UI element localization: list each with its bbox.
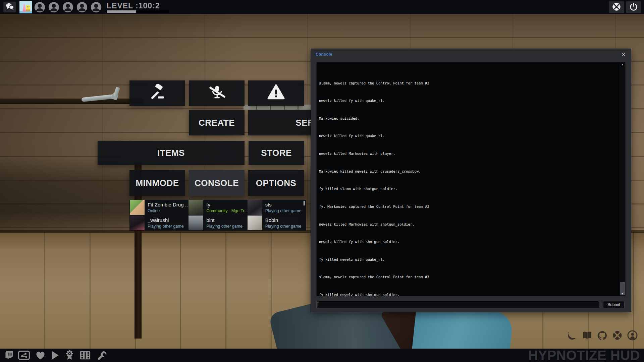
friend-name: fy: [206, 202, 247, 207]
friend-avatar: [130, 200, 145, 215]
level-progress-bar: [107, 10, 169, 13]
friend-avatar: [130, 216, 145, 230]
wrench-icon[interactable]: [97, 350, 108, 362]
options-label: OPTIONS: [256, 178, 297, 188]
friend-status: Community - Mge Tr...: [206, 208, 247, 213]
banana-icon[interactable]: [567, 330, 577, 342]
console-log-line: newelz killed Markowiec with shotgun_sol…: [319, 222, 617, 227]
friend-name: Fit Zombie Drug ...: [148, 202, 188, 207]
friend-avatar: [189, 216, 203, 230]
console-input[interactable]: [316, 301, 599, 308]
console-log-line: slamm, newelz captured the Control Point…: [319, 81, 617, 85]
friend-entry[interactable]: blnt Playing other game: [188, 215, 247, 231]
friend-status: Playing other game: [265, 224, 302, 229]
friend-entry[interactable]: sts Playing other game: [247, 200, 306, 215]
friend-status: Playing other game: [265, 208, 302, 213]
bottom-bar: HYPNOTIZE HUD: [0, 349, 644, 362]
console-log-line: fy killed slamm with shotgun_soldier.: [319, 187, 617, 191]
friend-name: Bobin: [265, 217, 302, 223]
console-log-line: fy, Markowiec captured the Control Point…: [319, 204, 617, 209]
console-button[interactable]: CONSOLE: [189, 170, 245, 196]
submit-button[interactable]: Submit: [603, 301, 625, 308]
text-caret: [318, 302, 318, 307]
scroll-down-icon[interactable]: ▼: [620, 292, 625, 295]
console-scrollbar: ▲ ▼: [620, 62, 625, 296]
warning-icon: [267, 84, 285, 103]
items-label: ITEMS: [157, 148, 185, 158]
close-icon[interactable]: ✕: [620, 51, 627, 58]
top-bar: LEVEL :100:2: [0, 0, 644, 14]
friend-status: Playing other game: [148, 224, 184, 229]
scroll-up-icon[interactable]: ▲: [620, 63, 625, 66]
console-log-line: slamm, newelz captured the Control Point…: [319, 275, 617, 279]
award-icon[interactable]: [65, 350, 74, 362]
console-log-line: fy killed newelz with quake_rl.: [319, 257, 617, 262]
tf2-logo-icon: [612, 2, 621, 13]
friend-meta: Bobin Playing other game: [265, 217, 302, 229]
party-avatar[interactable]: [19, 1, 32, 13]
power-icon: [629, 2, 638, 12]
friends-list: Fit Zombie Drug ... Online fy Community …: [129, 200, 306, 231]
friend-entry[interactable]: Fit Zombie Drug ... Online: [129, 200, 188, 215]
console-log-line: newelz killed fy with quake_rl.: [319, 134, 617, 138]
friends-panel: Fit Zombie Drug ... Online fy Community …: [129, 200, 306, 231]
friend-meta: _wairushi Playing other game: [148, 217, 184, 229]
friend-meta: sts Playing other game: [265, 202, 302, 213]
friend-name: sts: [265, 202, 302, 207]
background-ledge: [0, 99, 144, 104]
alerts-button[interactable]: [248, 80, 304, 106]
hud-link-icons: [567, 330, 642, 342]
empty-slot-icon[interactable]: [48, 2, 59, 13]
friend-entry[interactable]: _wairushi Playing other game: [129, 215, 188, 231]
tf2-logo-button[interactable]: [609, 1, 624, 13]
console-log-line: newelz killed fy with shotgun_soldier.: [319, 240, 617, 244]
stream-icon[interactable]: [18, 350, 30, 362]
submit-label: Submit: [607, 302, 620, 307]
tf2-logo-icon[interactable]: [612, 330, 623, 342]
console-window-title: Console: [316, 52, 332, 57]
friend-name: _wairushi: [148, 217, 184, 223]
minmode-button[interactable]: MINMODE: [129, 170, 185, 196]
empty-slot-icon[interactable]: [91, 2, 102, 13]
play-icon[interactable]: [50, 350, 59, 362]
items-button[interactable]: ITEMS: [98, 141, 245, 165]
friend-avatar: [189, 200, 203, 215]
friend-status: Playing other game: [206, 224, 243, 229]
store-label: STORE: [261, 148, 292, 158]
heart-icon[interactable]: [35, 350, 46, 362]
film-icon[interactable]: [79, 350, 91, 362]
level-label: LEVEL :100:2: [107, 1, 160, 10]
friend-name: blnt: [206, 217, 243, 223]
friend-meta: Fit Zombie Drug ... Online: [148, 202, 188, 213]
console-log-line: fy killed newelz with shotgun_soldier.: [319, 293, 617, 296]
person-circle-icon[interactable]: [627, 330, 638, 342]
github-icon[interactable]: [597, 330, 607, 342]
hud-name: HYPNOTIZE HUD: [528, 348, 640, 362]
empty-slot-icon[interactable]: [34, 2, 45, 13]
console-log-line: newelz killed Markowiec with player.: [319, 152, 617, 156]
chat-icon: [5, 3, 14, 11]
options-button[interactable]: OPTIONS: [248, 170, 304, 196]
friend-status: Online: [148, 208, 188, 213]
console-log-line: Markowiec killed newelz with crusaders_c…: [319, 169, 617, 174]
friend-entry[interactable]: fy Community - Mge Tr...: [188, 200, 247, 215]
console-label: CONSOLE: [195, 178, 239, 188]
empty-slot-icon[interactable]: [62, 2, 73, 13]
book-icon[interactable]: [582, 330, 592, 342]
create-button[interactable]: CREATE: [189, 110, 245, 135]
console-log-area: slamm, newelz captured the Control Point…: [316, 62, 626, 296]
store-button[interactable]: STORE: [249, 141, 304, 165]
console-log: slamm, newelz captured the Control Point…: [319, 63, 617, 296]
mic-muted-icon: [208, 84, 225, 103]
friend-entry[interactable]: Bobin Playing other game: [247, 215, 306, 231]
friends-scrollbar[interactable]: [304, 201, 305, 205]
empty-slot-icon[interactable]: [76, 2, 88, 13]
reports-button[interactable]: [129, 80, 185, 106]
level-progress-fill: [107, 10, 136, 13]
mute-button[interactable]: [189, 80, 245, 106]
quit-button[interactable]: [626, 1, 641, 13]
twitch-icon[interactable]: [4, 350, 14, 362]
console-log-line: newelz killed fy with quake_rl.: [319, 99, 617, 103]
chat-button[interactable]: [3, 2, 16, 12]
friend-avatar: [248, 216, 262, 230]
